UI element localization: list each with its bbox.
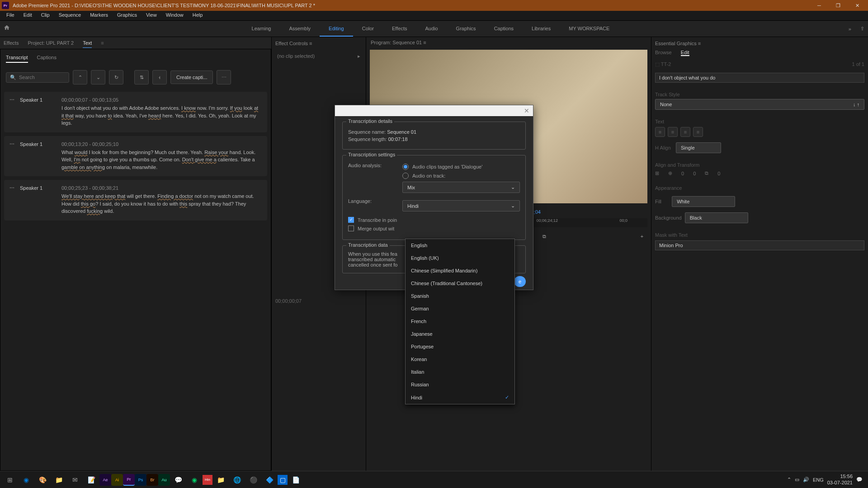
scale-icon[interactable]: ⧉	[705, 170, 708, 176]
paint-icon[interactable]: 🎨	[34, 472, 51, 488]
chrome-icon[interactable]: 🌐	[229, 472, 245, 488]
tab-effects[interactable]: Effects	[4, 38, 19, 47]
transcript-menu-icon[interactable]: ⋯	[9, 141, 14, 171]
grammarly-icon[interactable]: ◉	[186, 472, 203, 488]
menu-window[interactable]: Window	[161, 11, 188, 20]
maximize-button[interactable]: ❐	[829, 0, 847, 10]
clock[interactable]: 15:56 03-07-2021	[827, 474, 853, 485]
folder2-icon[interactable]: 📁	[212, 472, 229, 488]
lang-option[interactable]: German	[406, 302, 514, 315]
search-input[interactable]: 🔍 Search	[6, 72, 69, 83]
ai-icon[interactable]: Ai	[111, 474, 123, 486]
start-button[interactable]: ⊞	[2, 472, 18, 488]
workspace-captions[interactable]: Captions	[485, 21, 523, 37]
lang-option[interactable]: Chinese (Traditional Cantonese)	[406, 277, 514, 290]
hin-icon[interactable]: Hin	[203, 475, 212, 485]
acrobat-icon[interactable]: 📄	[288, 472, 304, 488]
menu-sequence[interactable]: Sequence	[54, 11, 86, 20]
close-button[interactable]: ✕	[848, 0, 866, 10]
transcript-item[interactable]: ⋯Speaker 100;00;00;07 - 00;00;13;05I don…	[4, 92, 267, 132]
compare-button[interactable]: ⧉	[539, 231, 550, 242]
ae-icon[interactable]: Ae	[99, 474, 111, 486]
panel-menu-icon[interactable]: ≡	[101, 40, 104, 46]
mix-select[interactable]: Mix⌄	[402, 182, 520, 193]
workspace-assembly[interactable]: Assembly	[280, 21, 320, 37]
lang-option[interactable]: English (UK)	[406, 252, 514, 264]
dialog-close-icon[interactable]: ✕	[524, 107, 529, 114]
lang-option[interactable]: Korean	[406, 353, 514, 366]
expand-button[interactable]: ⇅	[134, 70, 149, 84]
lang-option[interactable]: French	[406, 315, 514, 328]
whatsapp-icon[interactable]: 💬	[170, 472, 186, 488]
chk-merge[interactable]: Merge output wit	[348, 225, 520, 231]
lang-option[interactable]: Spanish	[406, 290, 514, 302]
lang-option[interactable]: Chinese (Simplified Mandarin)	[406, 264, 514, 277]
eg-trackstyle-select[interactable]: None ↓ ↑	[655, 99, 864, 110]
lang-option[interactable]: Hindi✓	[406, 391, 514, 404]
workspace-effects[interactable]: Effects	[383, 21, 416, 37]
menu-markers[interactable]: Markers	[85, 11, 113, 20]
export-icon[interactable]: ⇪	[860, 26, 864, 32]
transcript-item[interactable]: ⋯Speaker 100;00;13;20 - 00;00;25;10What …	[4, 136, 267, 177]
lang-option[interactable]: Japanese	[406, 328, 514, 340]
lang-option[interactable]: English	[406, 239, 514, 252]
align-left-icon[interactable]: ≡	[655, 127, 665, 137]
prev-button[interactable]: ⌃	[73, 70, 87, 84]
lang-option[interactable]: Russian	[406, 378, 514, 391]
add-button[interactable]: +	[637, 231, 647, 242]
create-captions-button[interactable]: Create capti...	[170, 70, 213, 84]
notifications-icon[interactable]: 💬	[856, 477, 863, 483]
volume-icon[interactable]: 🔊	[803, 477, 809, 483]
lang-indicator[interactable]: ENG	[813, 477, 824, 483]
obs-icon[interactable]: ⚫	[245, 472, 261, 488]
home-icon[interactable]	[4, 24, 13, 33]
app-icon-1[interactable]: 🔷	[261, 472, 278, 488]
transcript-item[interactable]: ⋯Speaker 100;00;25;23 - 00;00;38;21We'll…	[4, 180, 267, 221]
workspace-learning[interactable]: Learning	[243, 21, 280, 37]
align-center-icon[interactable]: ≡	[668, 127, 678, 137]
tab-text[interactable]: Text	[83, 38, 92, 48]
zone-icon[interactable]: ⊞	[655, 170, 659, 176]
chk-inpoint[interactable]: Transcribe in poin	[348, 217, 520, 223]
eg-title[interactable]: Essential Graphics ≡	[655, 41, 864, 46]
br-icon[interactable]: Br	[146, 474, 158, 486]
app-icon-2[interactable]: ▢	[278, 475, 288, 485]
collapse-button[interactable]: ⫞	[152, 70, 167, 84]
edge-icon[interactable]: ◉	[18, 472, 34, 488]
tab-project[interactable]: Project: UPL PART 2	[28, 38, 74, 47]
halign-select[interactable]: Single	[676, 142, 721, 153]
align-justify-icon[interactable]: ≡	[693, 127, 703, 137]
transcribe-button[interactable]: e	[514, 276, 526, 287]
eg-text-input[interactable]	[655, 73, 864, 83]
pr-icon[interactable]: Pr	[123, 474, 135, 486]
notes-icon[interactable]: 📝	[83, 472, 99, 488]
font-select[interactable]: Minion Pro	[655, 240, 864, 250]
menu-clip[interactable]: Clip	[37, 11, 54, 20]
workspace-audio[interactable]: Audio	[416, 21, 447, 37]
workspace-libraries[interactable]: Libraries	[523, 21, 560, 37]
lang-option[interactable]: Italian	[406, 366, 514, 378]
mail-icon[interactable]: ✉	[67, 472, 83, 488]
next-button[interactable]: ⌄	[91, 70, 105, 84]
tab-transcript[interactable]: Transcript	[6, 53, 28, 63]
tray-expand-icon[interactable]: ⌃	[787, 477, 791, 483]
minimize-button[interactable]: ─	[810, 0, 828, 10]
more-button[interactable]: ⋯	[217, 70, 231, 84]
language-select[interactable]: Hindi⌄	[402, 200, 520, 211]
menu-edit[interactable]: Edit	[19, 11, 37, 20]
tab-captions[interactable]: Captions	[37, 53, 57, 63]
menu-graphics[interactable]: Graphics	[113, 11, 142, 20]
explorer-icon[interactable]: 📁	[51, 472, 67, 488]
lang-option[interactable]: Portugese	[406, 340, 514, 353]
bg-select[interactable]: Black	[685, 212, 748, 223]
workspace-my[interactable]: MY WORKSPACE	[560, 21, 618, 37]
ps-icon[interactable]: Ps	[135, 474, 146, 486]
workspace-editing[interactable]: Editing	[320, 21, 353, 37]
menu-file[interactable]: File	[2, 11, 19, 20]
transcript-menu-icon[interactable]: ⋯	[9, 97, 14, 127]
au-icon[interactable]: Au	[158, 474, 170, 486]
transcript-menu-icon[interactable]: ⋯	[9, 185, 14, 215]
battery-icon[interactable]: ▭	[795, 477, 799, 483]
align-right-icon[interactable]: ≡	[680, 127, 690, 137]
fill-select[interactable]: White	[672, 196, 735, 207]
